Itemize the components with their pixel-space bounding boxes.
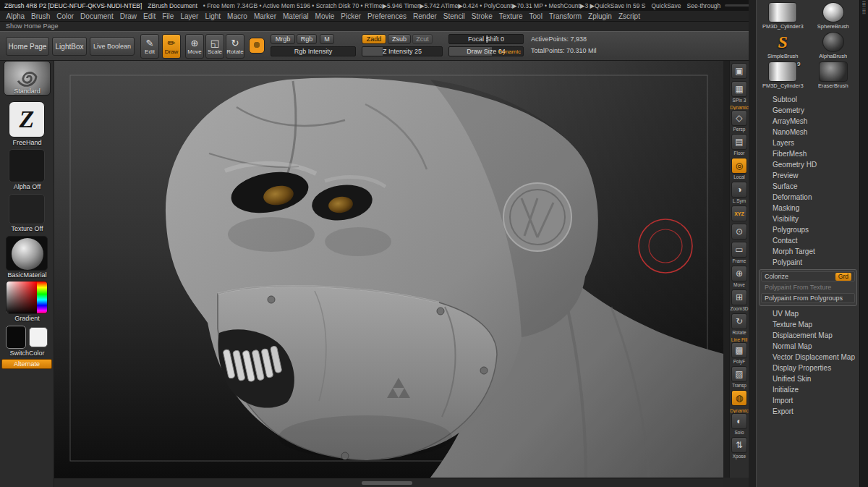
tool-section-item[interactable]: Preview [757,170,859,181]
menubar-item[interactable]: Render [410,12,441,20]
zoom3d-button[interactable]: ⊞ Zoom3D [731,289,749,311]
alpha-thumbnail[interactable] [9,149,45,182]
eraser-brush[interactable]: EraserBrush [809,61,859,90]
alpha-brush[interactable]: AlphaBrush [809,31,859,60]
menubar-item[interactable]: Edit [140,12,159,20]
menubar-item[interactable]: Stencil [440,12,468,20]
rotate-button[interactable]: ↻ Rotate [226,34,244,59]
floor-button[interactable]: ▤ Floor [731,134,747,156]
main-color-swatch[interactable] [6,326,26,349]
menubar-item[interactable]: Layer [177,12,202,20]
menubar-item[interactable]: Movie [312,12,338,20]
transp-button[interactable]: ▨ Transp [731,366,747,388]
tool-section-item[interactable]: UV Map [757,308,859,319]
edit-button[interactable]: ✎ Edit [140,34,159,59]
sphere-brush[interactable]: SphereBrush [809,1,859,30]
tool-section-item[interactable]: Visibility [757,213,859,224]
rotate-button[interactable]: ↻ Rotate [731,313,747,335]
move-button[interactable]: ⊕ Move [185,34,204,59]
scale-button[interactable]: ◱ Scale [205,34,224,59]
zsub-button[interactable]: Zsub [388,34,411,44]
tool-section-item[interactable]: Import [757,395,859,406]
vertical-scrollbar[interactable] [723,61,729,478]
tool-section-item[interactable]: Deformation [757,192,859,203]
material-thumbnail[interactable] [6,236,48,271]
tool-section-item[interactable]: Geometry [757,105,859,116]
tool-section-item[interactable]: Subtool [757,94,859,105]
focal-shift-slider[interactable]: Focal Shift 0 [448,34,524,44]
horizontal-scrollbar[interactable] [362,481,412,485]
zoom-button[interactable]: ⊙ [731,224,747,240]
ghost-button[interactable]: ◍ [731,390,747,406]
tool-section-item[interactable]: FiberMesh [757,148,859,159]
tool-section-item[interactable]: Polygroups [757,224,859,235]
menubar-item[interactable]: Tool [526,12,545,20]
z-intensity-slider[interactable]: Z Intensity 25 [362,46,443,56]
seethrough-slider[interactable] [725,4,749,7]
drag-handle-icon[interactable]: ⣿ [862,9,867,14]
persp-button[interactable]: Dynamic ◇ Persp [730,105,748,132]
home-page-button[interactable]: Home Page [6,37,49,56]
tool-section-item[interactable]: Vector Displacement Map [757,352,859,363]
menubar-item[interactable]: Zscript [615,12,643,20]
draw-size-slider[interactable]: Draw Size 64 Dynamic [448,46,524,56]
tool-pm3d-cylinder-2[interactable]: 9 PM3D_Cylinder3 [758,61,808,90]
simple-brush[interactable]: S SimpleBrush [758,31,808,60]
menubar-item[interactable]: Color [54,12,77,20]
tool-pm3d-cylinder[interactable]: PM3D_Cylinder3 [758,1,808,30]
spix-button[interactable]: ▦ SPix 3 [731,81,747,103]
polypaint-from-polygroups[interactable]: Polypaint From Polygroups [761,293,855,303]
menubar-item[interactable]: Draw [116,12,140,20]
menubar-item[interactable]: Picker [338,12,365,20]
mrgb-button[interactable]: Mrgb [271,34,295,44]
tool-section-item[interactable]: Surface [757,181,859,192]
tool-section-item[interactable]: ArrayMesh [757,116,859,127]
tool-section-item[interactable]: Contact [757,235,859,246]
frame-button[interactable]: ▭ Frame [731,242,747,263]
menubar-item[interactable]: Material [280,12,312,20]
sculpt-viewport-canvas[interactable] [54,61,723,478]
colorize-row[interactable]: Colorize Grd [761,271,855,281]
tool-section-item[interactable]: Masking [757,203,859,213]
solo-button[interactable]: Dynamic ◐ Solo [730,408,748,435]
lsym-button[interactable]: ◑ L.Sym [731,182,747,203]
bpr-button[interactable]: ▣ [731,63,747,79]
quicksave-button[interactable]: QuickSave [651,2,681,9]
menubar-item[interactable]: Document [77,12,117,20]
menubar-item[interactable]: Stroke [468,12,495,20]
xpose-button[interactable]: ⇅ Xpose [731,437,747,459]
tool-section-item[interactable]: Unified Skin [757,373,859,384]
tool-section-item[interactable]: NanoMesh [757,127,859,137]
menubar-item[interactable]: Texture [495,12,526,20]
dynamic-label[interactable]: Dynamic [498,48,521,55]
tool-section-item[interactable]: Export [757,406,859,417]
menubar-item[interactable]: File [159,12,177,20]
xyz-button[interactable]: XYZ [731,206,747,221]
rgb-button[interactable]: Rgb [297,34,317,44]
tool-section-item[interactable]: Polypaint [757,257,859,268]
alternate-button[interactable]: Alternate [1,359,52,369]
drag-handle-icon[interactable]: ⣿ [862,1,867,7]
m-button[interactable]: M [320,34,334,44]
tool-section-item[interactable]: Display Properties [757,363,859,373]
secondary-color-swatch[interactable] [29,327,48,347]
menubar-item[interactable]: Brush [28,12,54,20]
tool-section-item[interactable]: Initialize [757,384,859,395]
stroke-thumbnail[interactable]: Z [9,101,45,137]
local-button[interactable]: ◎ Local [731,158,747,179]
texture-thumbnail[interactable] [9,194,45,224]
hue-strip[interactable] [37,281,47,314]
tool-section-item[interactable]: Morph Target [757,246,859,257]
tool-section-item[interactable]: Displacement Map [757,330,859,341]
menubar-item[interactable]: Light [202,12,224,20]
menubar-item[interactable]: Transform [545,12,584,20]
live-boolean-button[interactable]: Live Boolean [90,37,135,56]
tool-section-item[interactable]: Texture Map [757,319,859,330]
zadd-button[interactable]: Zadd [362,34,386,44]
menubar-item[interactable]: Preferences [365,12,410,20]
tool-section-item[interactable]: Normal Map [757,341,859,352]
polyf-button[interactable]: Line Fill ▩ PolyF [731,337,747,364]
move-button[interactable]: ⊕ Move [731,266,747,287]
lightbox-button[interactable]: LightBox [52,37,87,56]
tool-section-item[interactable]: Layers [757,137,859,148]
